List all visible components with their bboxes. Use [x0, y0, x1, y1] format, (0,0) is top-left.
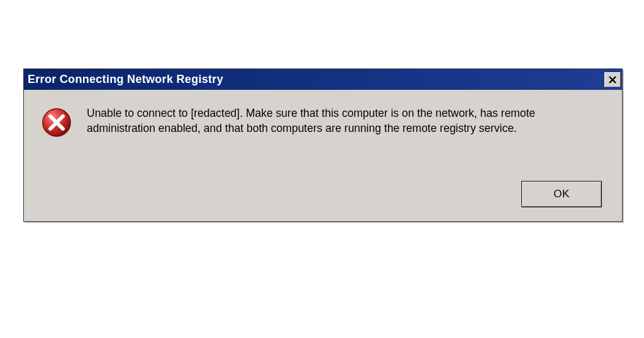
dialog-content: Unable to connect to [redacted]. Make su…: [24, 90, 622, 221]
ok-button[interactable]: OK: [521, 181, 602, 207]
close-icon: [608, 75, 617, 84]
error-message: Unable to connect to [redacted]. Make su…: [87, 106, 602, 136]
message-row: Unable to connect to [redacted]. Make su…: [42, 106, 604, 138]
titlebar: Error Connecting Network Registry: [24, 69, 622, 90]
close-button[interactable]: [604, 72, 621, 87]
error-icon: [42, 107, 72, 138]
dialog-title: Error Connecting Network Registry: [28, 73, 223, 86]
button-row: OK: [42, 181, 604, 214]
error-dialog: Error Connecting Network Registry: [23, 68, 623, 222]
